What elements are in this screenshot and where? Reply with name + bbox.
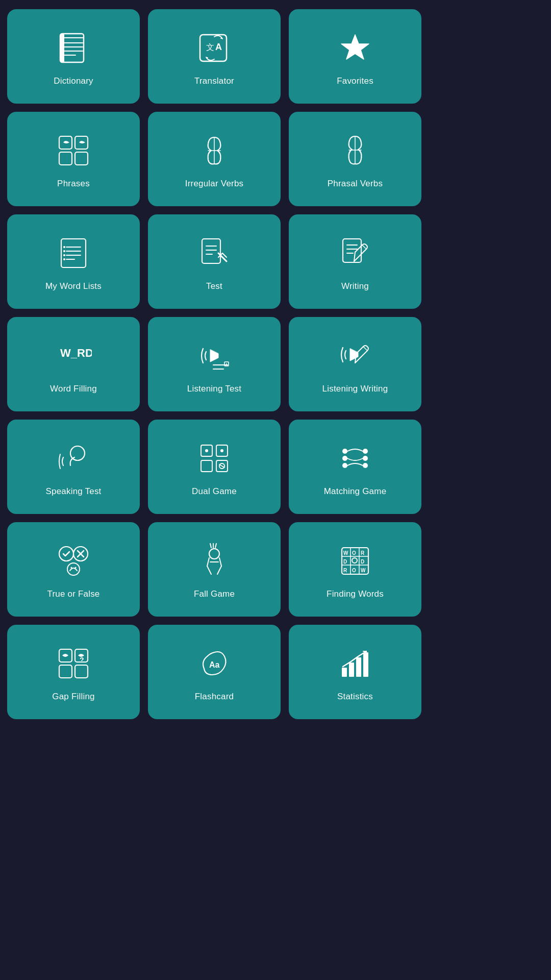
tile-favorites[interactable]: Favorites bbox=[289, 9, 421, 104]
flashcard-icon: Aa bbox=[194, 643, 235, 684]
svg-text:Aa: Aa bbox=[209, 660, 220, 669]
svg-text:O: O bbox=[352, 568, 356, 573]
tile-word-filling[interactable]: W_RD Word Filling bbox=[7, 317, 140, 411]
irregular-verbs-label: Irregular Verbs bbox=[185, 178, 244, 189]
svg-point-65 bbox=[209, 549, 219, 559]
svg-text:?: ? bbox=[80, 656, 84, 664]
writing-icon bbox=[335, 233, 375, 274]
tile-speaking-test[interactable]: Speaking Test bbox=[7, 420, 140, 514]
tile-test[interactable]: Test bbox=[148, 214, 281, 309]
svg-marker-10 bbox=[341, 35, 369, 59]
tile-listening-test[interactable]: Listening Test bbox=[148, 317, 281, 411]
listening-test-label: Listening Test bbox=[187, 383, 241, 395]
svg-text:W: W bbox=[361, 568, 366, 573]
tile-my-word-lists[interactable]: My Word Lists bbox=[7, 214, 140, 309]
irregular-verbs-icon bbox=[194, 130, 235, 171]
tile-phrasal-verbs[interactable]: Phrasal Verbs bbox=[289, 112, 421, 206]
writing-label: Writing bbox=[341, 281, 369, 292]
svg-rect-13 bbox=[59, 152, 72, 165]
svg-marker-38 bbox=[210, 350, 218, 362]
fall-game-icon bbox=[194, 541, 235, 581]
gap-filling-label: Gap Filling bbox=[52, 691, 94, 702]
svg-rect-14 bbox=[75, 152, 88, 165]
svg-rect-97 bbox=[363, 652, 368, 677]
dictionary-icon bbox=[53, 28, 94, 68]
listening-writing-icon bbox=[335, 335, 375, 376]
svg-rect-91 bbox=[75, 665, 88, 678]
dual-game-label: Dual Game bbox=[192, 486, 237, 497]
my-word-lists-label: My Word Lists bbox=[45, 281, 102, 292]
phrasal-verbs-icon bbox=[335, 130, 375, 171]
svg-point-58 bbox=[363, 456, 368, 461]
translator-icon: 文 A bbox=[194, 28, 235, 68]
svg-rect-28 bbox=[202, 239, 220, 263]
svg-rect-94 bbox=[342, 668, 347, 677]
finding-words-label: Finding Words bbox=[327, 589, 384, 600]
svg-point-26 bbox=[63, 254, 65, 256]
svg-rect-32 bbox=[343, 239, 361, 262]
svg-point-56 bbox=[342, 463, 347, 468]
svg-point-51 bbox=[220, 449, 223, 452]
svg-point-54 bbox=[342, 449, 347, 454]
favorites-icon bbox=[335, 28, 375, 68]
svg-text:D: D bbox=[361, 559, 364, 565]
svg-point-60 bbox=[59, 547, 73, 561]
svg-point-62 bbox=[67, 563, 80, 575]
svg-line-72 bbox=[215, 544, 216, 548]
svg-line-36 bbox=[362, 245, 366, 249]
svg-text:O: O bbox=[352, 550, 356, 556]
tile-listening-writing[interactable]: Listening Writing bbox=[289, 317, 421, 411]
tile-true-or-false[interactable]: True or False bbox=[7, 522, 140, 617]
matching-game-label: Matching Game bbox=[324, 486, 387, 497]
svg-point-25 bbox=[63, 250, 65, 252]
main-grid: Dictionary 文 A Translator Favorites bbox=[7, 9, 421, 719]
svg-rect-90 bbox=[59, 665, 72, 678]
svg-text:R: R bbox=[361, 550, 365, 556]
svg-point-27 bbox=[63, 258, 65, 260]
test-label: Test bbox=[206, 281, 222, 292]
svg-line-44 bbox=[363, 347, 367, 351]
speaking-test-icon bbox=[53, 438, 94, 479]
dual-game-icon bbox=[194, 438, 235, 479]
svg-point-57 bbox=[363, 449, 368, 454]
flashcard-label: Flashcard bbox=[195, 691, 234, 702]
tile-irregular-verbs[interactable]: Irregular Verbs bbox=[148, 112, 281, 206]
svg-text:A: A bbox=[215, 42, 222, 52]
translator-label: Translator bbox=[194, 76, 234, 87]
listening-writing-label: Listening Writing bbox=[322, 383, 388, 395]
tile-finding-words[interactable]: W O R D D R O W Finding Words bbox=[289, 522, 421, 617]
phrases-label: Phrases bbox=[57, 178, 90, 189]
svg-line-73 bbox=[210, 544, 211, 548]
finding-words-icon: W O R D D R O W bbox=[335, 541, 375, 581]
favorites-label: Favorites bbox=[337, 76, 373, 87]
my-word-lists-icon bbox=[53, 233, 94, 274]
svg-rect-96 bbox=[356, 657, 361, 677]
svg-text:W: W bbox=[343, 550, 348, 556]
test-icon bbox=[194, 233, 235, 274]
tile-dictionary[interactable]: Dictionary bbox=[7, 9, 140, 104]
tile-translator[interactable]: 文 A Translator bbox=[148, 9, 281, 104]
svg-line-66 bbox=[207, 558, 209, 566]
svg-text:D: D bbox=[343, 559, 347, 565]
tile-dual-game[interactable]: Dual Game bbox=[148, 420, 281, 514]
svg-point-24 bbox=[63, 246, 65, 248]
svg-line-70 bbox=[217, 566, 221, 574]
tile-gap-filling[interactable]: ? Gap Filling bbox=[7, 625, 140, 719]
svg-line-69 bbox=[207, 566, 211, 574]
dictionary-label: Dictionary bbox=[54, 76, 93, 87]
tile-phrases[interactable]: Phrases bbox=[7, 112, 140, 206]
statistics-label: Statistics bbox=[337, 691, 373, 702]
true-or-false-icon bbox=[53, 541, 94, 581]
svg-rect-48 bbox=[201, 460, 212, 472]
tile-matching-game[interactable]: Matching Game bbox=[289, 420, 421, 514]
matching-game-icon bbox=[335, 438, 375, 479]
tile-statistics[interactable]: Statistics bbox=[289, 625, 421, 719]
svg-point-55 bbox=[342, 456, 347, 461]
speaking-test-label: Speaking Test bbox=[45, 486, 101, 497]
svg-rect-19 bbox=[61, 239, 86, 267]
tile-writing[interactable]: Writing bbox=[289, 214, 421, 309]
tile-fall-game[interactable]: Fall Game bbox=[148, 522, 281, 617]
listening-test-icon bbox=[194, 335, 235, 376]
tile-flashcard[interactable]: Aa Flashcard bbox=[148, 625, 281, 719]
gap-filling-icon: ? bbox=[53, 643, 94, 684]
